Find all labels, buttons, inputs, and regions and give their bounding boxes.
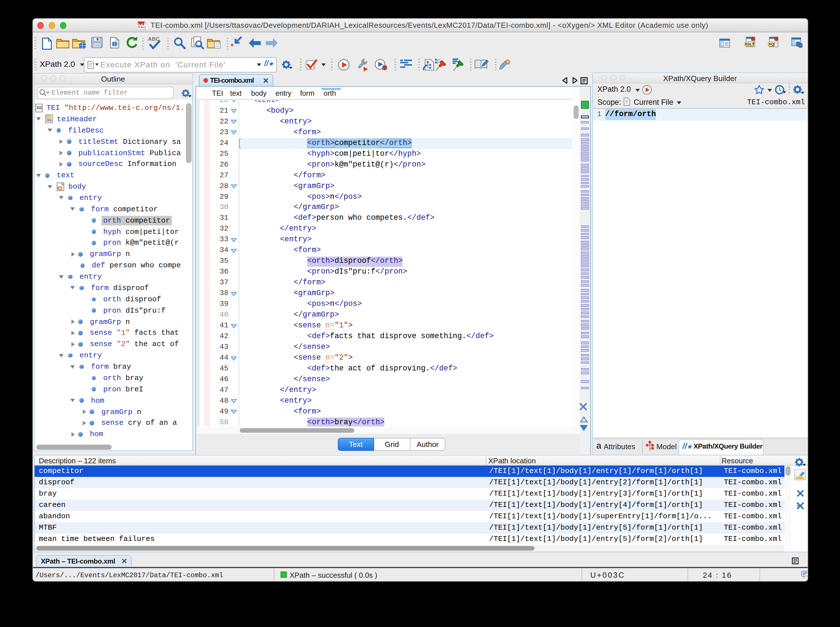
svg-text:XQ: XQ [769, 42, 774, 46]
svg-text:XSLT: XSLT [745, 42, 755, 46]
svg-text:ABC: ABC [148, 36, 159, 42]
svg-text:*: * [231, 42, 234, 49]
svg-text:TEI: TEI [37, 107, 41, 109]
